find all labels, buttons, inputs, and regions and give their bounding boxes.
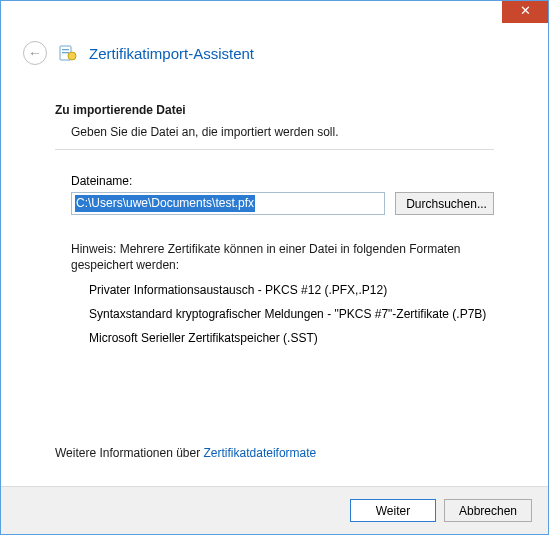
wizard-content: Zu importierende Datei Geben Sie die Dat…	[1, 103, 548, 345]
list-item: Syntaxstandard kryptografischer Meldunge…	[89, 307, 494, 321]
filename-field: Dateiname: C:\Users\uwe\Documents\test.p…	[71, 174, 494, 215]
filename-input[interactable]: C:\Users\uwe\Documents\test.pfx	[71, 192, 385, 215]
back-button[interactable]: ←	[23, 41, 47, 65]
list-item: Privater Informationsaustausch - PKCS #1…	[89, 283, 494, 297]
wizard-title: Zertifikatimport-Assistent	[89, 45, 254, 62]
close-button[interactable]: ✕	[502, 1, 548, 23]
wizard-footer: Weiter Abbrechen	[1, 486, 548, 534]
svg-rect-1	[62, 49, 69, 50]
certificate-wizard-icon	[59, 44, 77, 62]
more-info: Weitere Informationen über Zertifikatdat…	[55, 446, 316, 460]
section-title: Zu importierende Datei	[55, 103, 494, 117]
section-description: Geben Sie die Datei an, die importiert w…	[71, 125, 494, 139]
filename-value: C:\Users\uwe\Documents\test.pfx	[75, 195, 255, 212]
file-formats-link[interactable]: Zertifikatdateiformate	[204, 446, 317, 460]
wizard-header: ← Zertifikatimport-Assistent	[1, 31, 548, 83]
more-info-prefix: Weitere Informationen über	[55, 446, 204, 460]
close-icon: ✕	[520, 3, 531, 18]
browse-button[interactable]: Durchsuchen...	[395, 192, 494, 215]
formats-hint: Hinweis: Mehrere Zertifikate können in e…	[71, 241, 494, 273]
formats-list: Privater Informationsaustausch - PKCS #1…	[89, 283, 494, 345]
next-button[interactable]: Weiter	[350, 499, 436, 522]
back-arrow-icon: ←	[28, 45, 42, 61]
cancel-button[interactable]: Abbrechen	[444, 499, 532, 522]
filename-label: Dateiname:	[71, 174, 494, 188]
svg-rect-2	[62, 52, 69, 53]
svg-point-3	[68, 52, 76, 60]
divider	[55, 149, 494, 150]
list-item: Microsoft Serieller Zertifikatspeicher (…	[89, 331, 494, 345]
titlebar: ✕	[1, 1, 548, 31]
